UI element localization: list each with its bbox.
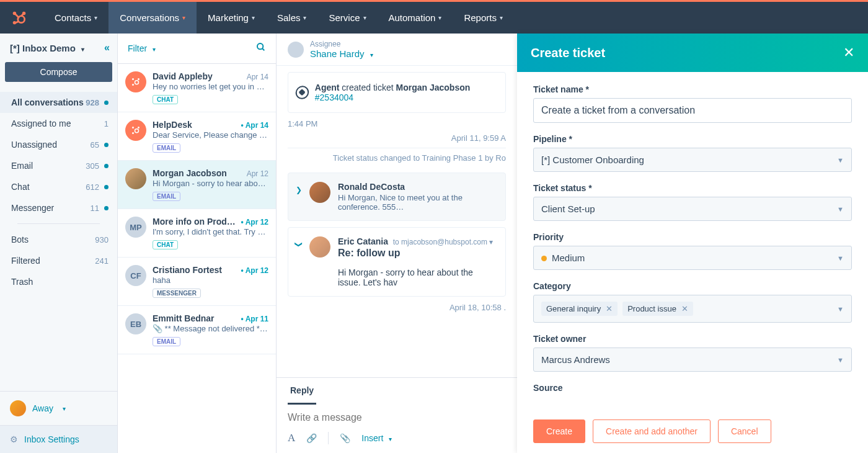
chevron-down-icon: ▾	[370, 52, 373, 58]
cancel-button[interactable]: Cancel	[718, 419, 771, 443]
sidebar-item-trash[interactable]: Trash	[0, 271, 117, 292]
message-sender: Ronald DeCosta	[338, 182, 498, 192]
sidebar-item-chat[interactable]: Chat612	[0, 176, 117, 197]
contact-avatar-icon: EB	[125, 313, 146, 334]
collapse-sidebar-button[interactable]: «	[104, 42, 110, 53]
remove-tag-icon[interactable]: ✕	[606, 304, 613, 313]
composer-toolbar: A 🔗 📎 Insert ▾	[277, 423, 517, 453]
pipeline-select[interactable]: [*] Customer Onboarding▼	[533, 148, 852, 172]
reply-tab[interactable]: Reply	[288, 378, 316, 405]
conversation-item[interactable]: EBEmmitt BednarApr 11📎 ** Message not de…	[118, 306, 276, 354]
category-label: Category	[533, 281, 852, 291]
svg-point-10	[138, 78, 140, 80]
nav-contacts[interactable]: Contacts ▾	[43, 2, 108, 34]
chevron-down-icon: ▾	[252, 14, 255, 21]
timestamp: 1:44 PM	[288, 119, 506, 128]
sidebar: [*] Inbox Demo ▾ « Compose All conversat…	[0, 34, 118, 453]
user-avatar-icon	[10, 400, 26, 416]
create-and-add-another-button[interactable]: Create and add another	[593, 419, 711, 443]
priority-select[interactable]: Medium▼	[533, 246, 852, 270]
chevron-down-icon: ▾	[500, 14, 503, 21]
presence-status[interactable]: Away ▾	[0, 392, 117, 425]
top-nav: Contacts ▾Conversations ▾Marketing ▾Sale…	[0, 0, 868, 34]
svg-point-16	[135, 129, 139, 133]
sidebar-views: All conversations928 Assigned to me1Unas…	[0, 89, 117, 391]
inbox-title[interactable]: [*] Inbox Demo	[10, 43, 76, 53]
ticket-owner-label: Ticket owner	[533, 334, 852, 344]
assignee-avatar-icon	[288, 42, 304, 58]
collapse-icon[interactable]: ❯	[294, 241, 303, 248]
category-select[interactable]: General inquiry ✕Product issue ✕ ▼	[533, 295, 852, 323]
sidebar-item-bots[interactable]: Bots930	[0, 229, 117, 250]
message-recipient[interactable]: to mjacobson@hubspot.com ▾	[393, 238, 494, 246]
ticket-status-select[interactable]: Client Set-up▼	[533, 197, 852, 221]
chevron-down-icon: ▾	[303, 14, 306, 21]
ticket-icon	[293, 83, 311, 102]
compose-button[interactable]: Compose	[5, 62, 112, 82]
contact-avatar-icon: MP	[125, 217, 146, 238]
pipeline-label: Pipeline *	[533, 134, 852, 144]
nav-marketing[interactable]: Marketing ▾	[197, 2, 266, 34]
chevron-down-icon: ▾	[81, 46, 84, 53]
svg-line-6	[16, 21, 19, 22]
nav-reports[interactable]: Reports ▾	[453, 2, 514, 34]
insert-dropdown[interactable]: Insert ▾	[361, 433, 392, 443]
ticket-owner-select[interactable]: Marcus Andrews▼	[533, 348, 852, 372]
message-preview: Hi Morgan, Nice to meet you at the confe…	[338, 193, 498, 212]
conversation-list: Filter ▾ David ApplebyApr 14Hey no worri…	[118, 34, 277, 453]
ticket-status-label: Ticket status *	[533, 183, 852, 193]
svg-point-15	[132, 132, 134, 134]
nav-automation[interactable]: Automation ▾	[378, 2, 453, 34]
message-collapsed[interactable]: ❯ Ronald DeCosta Hi Morgan, Nice to meet…	[288, 173, 506, 221]
source-label: Source	[533, 383, 852, 393]
remove-tag-icon[interactable]: ✕	[681, 304, 688, 313]
svg-point-7	[257, 43, 263, 49]
svg-point-12	[135, 81, 139, 84]
conversation-item[interactable]: Morgan JacobsonApr 12Hi Morgan - sorry t…	[118, 161, 276, 209]
hubspot-logo-icon	[11, 10, 27, 26]
chevron-down-icon: ▾	[63, 405, 66, 412]
category-tag: General inquiry ✕	[541, 302, 618, 316]
sidebar-item-unassigned[interactable]: Unassigned65	[0, 134, 117, 155]
sidebar-item-messenger[interactable]: Messenger11	[0, 197, 117, 218]
sidebar-item-email[interactable]: Email305	[0, 155, 117, 176]
sidebar-item-assigned-to-me[interactable]: Assigned to me1	[0, 113, 117, 134]
conversation-item[interactable]: HelpDeskApr 14Dear Service, Please chang…	[118, 112, 276, 161]
ticket-name-input[interactable]: Create a ticket from a conversation	[533, 98, 852, 123]
ticket-link[interactable]: #2534004	[315, 92, 353, 102]
conversation-item[interactable]: MPMore info on Produ…Apr 12I'm sorry, I …	[118, 209, 276, 258]
reply-composer: Reply A 🔗 📎 Insert ▾	[277, 377, 517, 453]
message-input[interactable]	[288, 412, 506, 423]
svg-point-14	[138, 127, 140, 128]
attachment-icon[interactable]: 📎	[340, 433, 350, 443]
contact-avatar-icon: CF	[125, 265, 146, 286]
conversation-item[interactable]: CFCristiano FortestApr 12hahaMESSENGER	[118, 258, 276, 306]
filter-dropdown[interactable]: Filter ▾	[128, 43, 156, 53]
conversation-thread: Assignee Shane Hardy ▾ Agent created tic…	[277, 34, 517, 453]
svg-point-13	[132, 127, 134, 128]
chevron-down-icon: ▾	[182, 14, 185, 21]
priority-label: Priority	[533, 232, 852, 242]
link-icon[interactable]: 🔗	[306, 433, 317, 443]
search-icon[interactable]	[256, 42, 266, 55]
contact-avatar-icon	[125, 168, 146, 189]
conversation-item[interactable]: David ApplebyApr 14Hey no worries let ge…	[118, 64, 276, 112]
expand-icon[interactable]: ❯	[296, 186, 302, 194]
inbox-settings-link[interactable]: ⚙ Inbox Settings	[0, 425, 117, 453]
chevron-down-icon: ▼	[837, 254, 844, 262]
nav-sales[interactable]: Sales ▾	[266, 2, 318, 34]
sender-avatar-icon	[309, 182, 330, 203]
chevron-down-icon: ▼	[837, 205, 844, 213]
nav-service[interactable]: Service ▾	[317, 2, 377, 34]
svg-point-11	[132, 84, 134, 86]
ticket-name-label: Ticket name *	[533, 84, 852, 94]
font-icon[interactable]: A	[288, 432, 295, 444]
close-icon[interactable]: ✕	[843, 45, 854, 61]
nav-conversations[interactable]: Conversations ▾	[108, 2, 197, 34]
create-button[interactable]: Create	[533, 419, 585, 443]
message-sender: Eric Catania	[338, 236, 388, 246]
sidebar-item-filtered[interactable]: Filtered241	[0, 250, 117, 271]
sidebar-item-all-conversations[interactable]: All conversations928	[0, 92, 117, 113]
assignee-picker[interactable]: Shane Hardy ▾	[310, 48, 373, 59]
date-separator: April 11, 9:59 A	[288, 133, 506, 143]
